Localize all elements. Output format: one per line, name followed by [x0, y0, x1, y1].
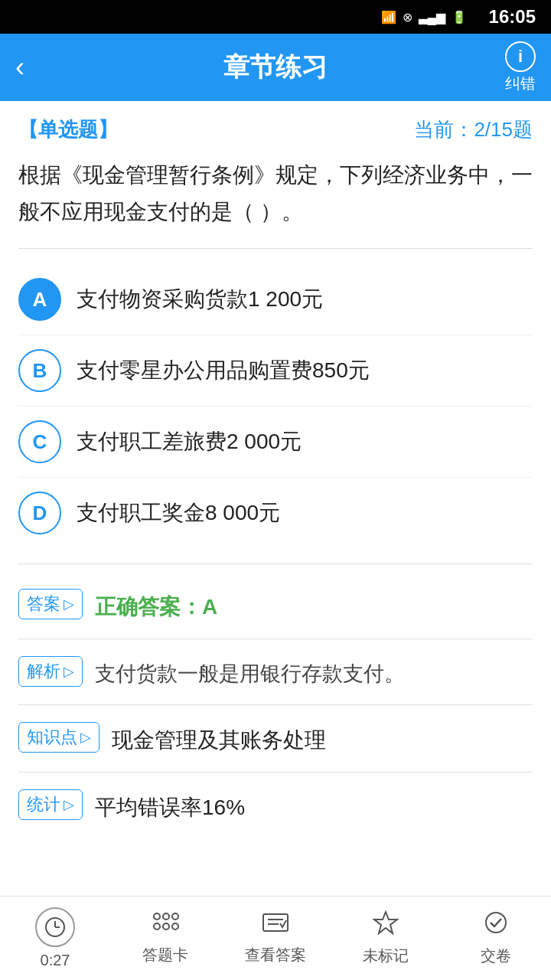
- answer-card-icon: [151, 911, 180, 940]
- knowledge-section: 知识点 ▷ 现金管理及其账务处理: [18, 705, 533, 773]
- view-answer-button[interactable]: 查看答案: [237, 911, 314, 965]
- answer-arrow-icon: ▷: [64, 596, 74, 612]
- submit-label: 交卷: [481, 946, 511, 966]
- question-progress: 当前：2/15题: [414, 116, 533, 143]
- submit-button[interactable]: 交卷: [458, 910, 534, 966]
- statistics-arrow-icon: ▷: [64, 796, 74, 813]
- timer-icon: [35, 907, 75, 947]
- analysis-tag-label: 解析: [27, 660, 60, 683]
- question-text: 根据《现金管理暂行条例》规定，下列经济业务中，一般不应用现金支付的是（ ）。: [18, 157, 533, 230]
- svg-point-6: [154, 923, 160, 929]
- answer-card-label: 答题卡: [142, 945, 188, 965]
- option-c[interactable]: C 支付职工差旅费2 000元: [18, 407, 533, 478]
- knowledge-text: 现金管理及其账务处理: [112, 722, 326, 758]
- svg-point-13: [486, 913, 506, 933]
- analysis-section: 解析 ▷ 支付货款一般是用银行存款支付。: [18, 639, 533, 705]
- option-a-text: 支付物资采购货款1 200元: [77, 283, 323, 315]
- view-answer-icon: [262, 911, 289, 940]
- status-bar: 📶 ⊗ ▃▄▆ 🔋 16:05: [0, 0, 551, 34]
- star-icon: [373, 910, 399, 941]
- option-c-text: 支付职工差旅费2 000元: [77, 426, 302, 458]
- question-type: 【单选题】: [18, 116, 118, 143]
- divider-top: [18, 248, 533, 249]
- bottom-bar: 0:27 答题卡 查看答案: [0, 896, 551, 980]
- signal-icon: ▃▄▆: [419, 10, 445, 24]
- question-header: 【单选题】 当前：2/15题: [18, 116, 533, 143]
- unmarked-label: 未标记: [363, 946, 409, 966]
- statistics-text: 平均错误率16%: [95, 789, 245, 825]
- option-d-text: 支付职工奖金8 000元: [77, 497, 280, 529]
- submit-icon: [483, 910, 509, 941]
- page-title: 章节练习: [223, 50, 328, 85]
- main-content: 【单选题】 当前：2/15题 根据《现金管理暂行条例》规定，下列经济业务中，一般…: [0, 101, 551, 896]
- timer-button[interactable]: 0:27: [17, 907, 93, 969]
- view-answer-label: 查看答案: [245, 945, 306, 965]
- svg-point-3: [154, 913, 160, 920]
- analysis-arrow-icon: ▷: [64, 663, 74, 680]
- status-time: 16:05: [489, 6, 536, 28]
- knowledge-tag-label: 知识点: [27, 726, 77, 749]
- analysis-tag[interactable]: 解析 ▷: [18, 656, 83, 687]
- answer-card-button[interactable]: 答题卡: [127, 911, 204, 965]
- knowledge-tag[interactable]: 知识点 ▷: [18, 722, 99, 753]
- analysis-text: 支付货款一般是用银行存款支付。: [95, 656, 405, 691]
- option-c-circle: C: [18, 420, 61, 463]
- statistics-section: 统计 ▷ 平均错误率16%: [18, 773, 533, 839]
- statistics-tag[interactable]: 统计 ▷: [18, 789, 83, 820]
- report-error-button[interactable]: i 纠错: [505, 41, 536, 94]
- header: ‹ 章节练习 i 纠错: [0, 34, 551, 101]
- svg-point-4: [163, 913, 169, 920]
- svg-point-5: [172, 913, 178, 920]
- option-b-circle: B: [18, 349, 61, 392]
- svg-point-7: [163, 923, 169, 929]
- battery-icon: 🔋: [452, 10, 467, 24]
- answer-section: 答案 ▷ 正确答案：A: [18, 572, 533, 639]
- statistics-tag-label: 统计: [27, 793, 60, 816]
- answer-tag[interactable]: 答案 ▷: [18, 589, 83, 619]
- wifi-icon: 📶: [381, 10, 396, 24]
- report-error-label: 纠错: [505, 74, 536, 94]
- option-b[interactable]: B 支付零星办公用品购置费850元: [18, 335, 533, 407]
- unmarked-button[interactable]: 未标记: [347, 910, 424, 966]
- option-a[interactable]: A 支付物资采购货款1 200元: [18, 264, 533, 335]
- warning-icon: ⊗: [403, 10, 412, 24]
- svg-point-8: [172, 923, 178, 929]
- option-d-circle: D: [18, 492, 61, 534]
- answer-text: 正确答案：A: [95, 589, 217, 625]
- knowledge-arrow-icon: ▷: [80, 729, 91, 746]
- option-b-text: 支付零星办公用品购置费850元: [77, 354, 370, 387]
- timer-label: 0:27: [41, 952, 70, 969]
- option-d[interactable]: D 支付职工奖金8 000元: [18, 478, 533, 548]
- info-icon: i: [505, 41, 536, 72]
- divider-mid: [18, 564, 533, 564]
- svg-marker-12: [374, 912, 397, 933]
- options-list: A 支付物资采购货款1 200元 B 支付零星办公用品购置费850元 C 支付职…: [18, 264, 533, 548]
- back-button[interactable]: ‹: [15, 54, 24, 81]
- answer-tag-label: 答案: [27, 593, 60, 616]
- option-a-circle: A: [18, 278, 61, 321]
